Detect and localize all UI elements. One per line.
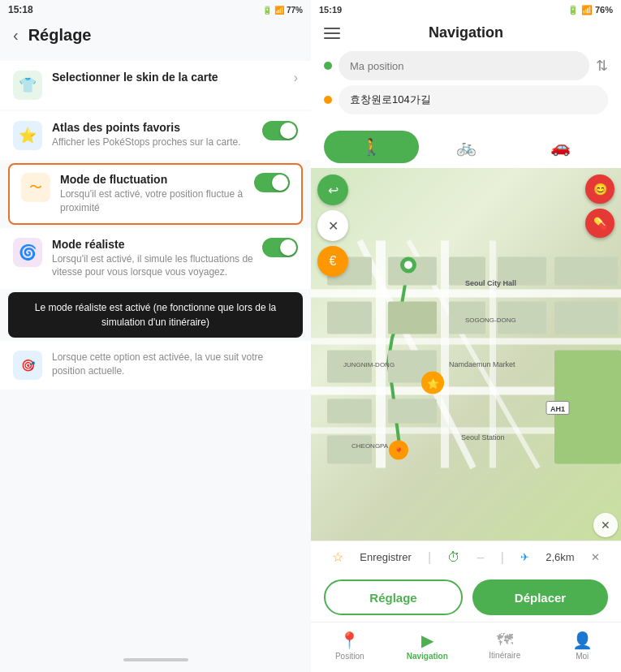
- fluctuation-desc: Lorsqu'il est activé, votre position flu…: [60, 187, 248, 215]
- hamburger-line-3: [324, 37, 340, 39]
- hamburger-line-1: [324, 28, 340, 29]
- close-icon-route[interactable]: ✕: [591, 551, 600, 563]
- transport-car[interactable]: 🚗: [513, 131, 608, 163]
- svg-rect-3: [311, 290, 621, 298]
- tab-moi[interactable]: 👤 Moi: [544, 627, 622, 664]
- page-title-left: Réglage: [28, 26, 92, 45]
- hamburger-menu[interactable]: [324, 28, 340, 39]
- setting-skin[interactable]: 👕 Selectionner le skin de la carte ›: [0, 61, 311, 110]
- follow-content: Lorsque cette option est activée, la vue…: [52, 351, 298, 378]
- tab-position[interactable]: 📍 Position: [311, 627, 389, 664]
- swap-button[interactable]: ⇅: [596, 57, 608, 75]
- save-label[interactable]: Enregistrer: [360, 551, 412, 563]
- navigation-tab-icon: ▶: [421, 631, 433, 650]
- map-container[interactable]: 📍 ⭐ Seoul City Hall SOGONG-DONG JUNGNIM-…: [311, 168, 621, 541]
- signal-icon-left: 📶: [274, 6, 284, 15]
- svg-rect-22: [388, 399, 437, 424]
- skin-right: ›: [294, 71, 298, 85]
- setting-atlas[interactable]: ⭐ Atlas des points favoris Afficher les …: [0, 111, 311, 160]
- realistic-content: Mode réaliste Lorsqu'il est activé, il s…: [52, 238, 256, 280]
- home-indicator-left: [123, 658, 188, 661]
- transport-walk[interactable]: 🚶: [324, 131, 419, 163]
- svg-text:Namdaemun Market: Namdaemun Market: [449, 360, 515, 368]
- route-inputs: ⇅: [311, 48, 621, 126]
- walk-icon: 🚶: [361, 137, 382, 157]
- origin-dot: [324, 62, 332, 70]
- itineraire-tab-label: Itinéraire: [489, 651, 520, 660]
- atlas-desc: Afficher les PokéStops proches sur la ca…: [52, 136, 256, 149]
- separator-2: –: [477, 550, 485, 565]
- destination-input[interactable]: [339, 85, 608, 114]
- destination-dot: [324, 96, 332, 104]
- svg-rect-13: [554, 257, 618, 286]
- fluctuation-content: Mode de fluctuation Lorsqu'il est activé…: [60, 173, 248, 215]
- svg-rect-23: [327, 436, 372, 464]
- nav-title: Navigation: [350, 24, 582, 41]
- back-button[interactable]: ‹: [13, 26, 19, 45]
- action-buttons: Réglage Déplacer: [311, 573, 621, 622]
- status-icons-right: 🔋 📶 76%: [567, 5, 613, 15]
- svg-text:SOGONG-DONG: SOGONG-DONG: [465, 317, 516, 324]
- route-info-bar: ☆ Enregistrer | ⏱ – | ✈ 2,6km ✕: [311, 541, 621, 573]
- star-icon-route: ☆: [332, 549, 343, 565]
- svg-text:⭐: ⭐: [427, 377, 439, 390]
- atlas-title: Atlas des points favoris: [52, 121, 256, 134]
- svg-point-26: [404, 261, 412, 269]
- red-btn-1[interactable]: 😊: [585, 174, 615, 204]
- realistic-toggle[interactable]: [262, 238, 298, 257]
- car-icon: 🚗: [550, 137, 571, 157]
- hamburger-line-2: [324, 32, 340, 34]
- follow-desc: Lorsque cette option est activée, la vue…: [52, 351, 298, 378]
- fluctuation-icon: 〜: [21, 173, 50, 202]
- atlas-content: Atlas des points favoris Afficher les Po…: [52, 121, 256, 149]
- recenter-button[interactable]: ↩: [317, 174, 348, 205]
- svg-rect-18: [554, 302, 618, 334]
- fluctuation-toggle[interactable]: [254, 173, 290, 192]
- svg-text:JUNGNIM-DONG: JUNGNIM-DONG: [343, 361, 395, 368]
- realistic-right[interactable]: [262, 238, 298, 257]
- map-svg: 📍 ⭐ Seoul City Hall SOGONG-DONG JUNGNIM-…: [311, 168, 621, 541]
- battery-pct-left: 77%: [287, 6, 303, 15]
- moi-tab-icon: 👤: [572, 631, 593, 650]
- setting-realistic[interactable]: 🌀 Mode réaliste Lorsqu'il est activé, il…: [0, 228, 311, 290]
- setting-fluctuation[interactable]: 〜 Mode de fluctuation Lorsqu'il est acti…: [8, 163, 303, 225]
- tab-itineraire[interactable]: 🗺 Itinéraire: [466, 627, 544, 664]
- tab-navigation[interactable]: ▶ Navigation: [389, 627, 467, 664]
- route-status-icon: ⏱: [447, 550, 460, 565]
- moi-tab-label: Moi: [576, 652, 589, 661]
- bike-icon: 🚲: [456, 137, 477, 157]
- realistic-icon: 🌀: [13, 238, 42, 267]
- settings-button[interactable]: Réglage: [324, 579, 463, 615]
- position-tab-label: Position: [335, 652, 364, 661]
- realistic-title: Mode réaliste: [52, 238, 256, 251]
- position-tab-icon: 📍: [339, 631, 360, 650]
- map-close-overlay[interactable]: ✕: [593, 513, 618, 537]
- destination-row: [324, 85, 608, 114]
- svg-rect-15: [388, 302, 437, 334]
- follow-icon: 🎯: [13, 351, 42, 380]
- fluctuation-right[interactable]: [254, 173, 290, 192]
- transport-bike[interactable]: 🚲: [419, 131, 514, 163]
- map-overlay-buttons: ↩ ✕ €: [317, 174, 348, 277]
- right-panel: 15:19 🔋 📶 76% Navigation ⇅ 🚶: [311, 0, 621, 672]
- nav-header: Navigation: [311, 19, 621, 48]
- red-btn-2[interactable]: 💊: [585, 209, 615, 238]
- battery-icon-left: 🔋: [262, 6, 272, 15]
- atlas-right[interactable]: [262, 121, 298, 140]
- tooltip-box: Le mode réaliste est activé (ne fonction…: [8, 292, 303, 338]
- atlas-icon: ⭐: [13, 121, 42, 150]
- separator-3: |: [501, 550, 504, 565]
- skin-content: Selectionner le skin de la carte: [52, 71, 287, 85]
- move-button[interactable]: Déplacer: [472, 579, 608, 615]
- euro-button[interactable]: €: [317, 246, 348, 277]
- status-bar-right: 15:19 🔋 📶 76%: [311, 0, 621, 19]
- navigation-tab-label: Navigation: [407, 652, 448, 661]
- fluctuation-title: Mode de fluctuation: [60, 173, 248, 186]
- tooltip-text: Le mode réaliste est activé (ne fonction…: [35, 302, 277, 328]
- origin-input[interactable]: [339, 51, 589, 80]
- close-route-button[interactable]: ✕: [317, 210, 348, 241]
- svg-text:📍: 📍: [394, 446, 404, 457]
- setting-follow: 🎯 Lorsque cette option est activée, la v…: [0, 341, 311, 390]
- chevron-icon: ›: [294, 71, 298, 85]
- atlas-toggle[interactable]: [262, 121, 298, 140]
